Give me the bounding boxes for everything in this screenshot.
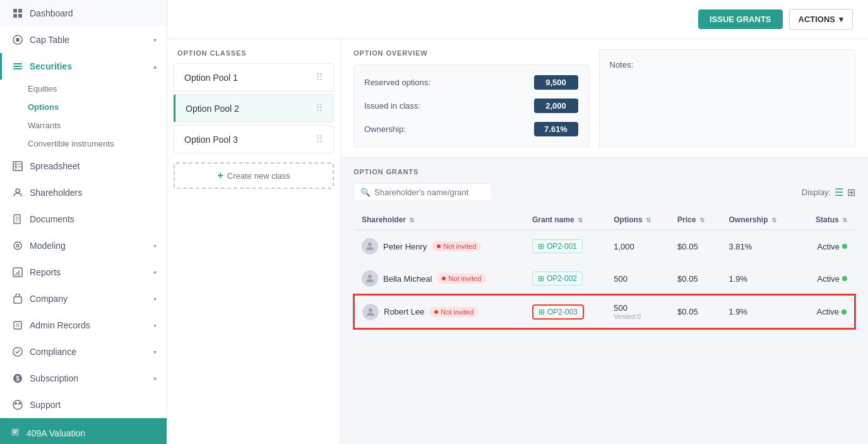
grant-icon: ⊞ <box>538 274 544 283</box>
svg-text:$: $ <box>16 375 20 382</box>
search-input[interactable] <box>374 188 485 197</box>
options-cell-3: 500 Vested:0 <box>606 295 670 328</box>
option-class-item-1[interactable]: Option Pool 1 ⠿ <box>174 63 334 92</box>
col-grant-name[interactable]: Grant name ⇅ <box>525 210 606 230</box>
svg-point-38 <box>368 275 372 279</box>
drag-icon-3: ⠿ <box>316 133 323 145</box>
svg-rect-3 <box>18 14 22 18</box>
option-pool-1-label: Option Pool 1 <box>184 73 238 83</box>
sort-ownership-icon: ⇅ <box>771 217 776 224</box>
reports-chevron: ▾ <box>153 269 157 276</box>
svg-point-19 <box>16 244 19 247</box>
reserved-options-row: Reserved options: 9,500 <box>364 75 578 90</box>
invited-badge-peter: Not invited <box>432 241 481 251</box>
svg-rect-7 <box>13 66 22 67</box>
svg-rect-2 <box>13 14 17 18</box>
modeling-icon <box>12 240 23 251</box>
compliance-chevron: ▾ <box>153 349 157 356</box>
sidebar-item-subscription[interactable]: $ Subscription ▾ <box>0 365 167 392</box>
create-class-button[interactable]: + Create new class <box>174 162 334 189</box>
issue-grants-button[interactable]: ISSUE GRANTS <box>698 9 783 29</box>
table-row: Peter Henry Not invited ⊞ <box>354 230 855 263</box>
col-ownership[interactable]: Ownership ⇅ <box>721 210 797 230</box>
actions-label: ACTIONS <box>799 15 836 24</box>
overview-card: Reserved options: 9,500 Issued in class:… <box>354 64 589 147</box>
company-icon <box>12 293 23 304</box>
svg-rect-8 <box>13 68 22 69</box>
option-classes-panel: OPTION CLASSES Option Pool 1 ⠿ Option Po… <box>167 39 341 444</box>
grants-table: Shareholder ⇅ Grant name ⇅ Options ⇅ <box>354 210 855 329</box>
sidebar-item-cap-table[interactable]: Cap Table ▾ <box>0 27 167 53</box>
sidebar-item-admin-records[interactable]: Admin Records ▾ <box>0 312 167 339</box>
grant-badge-op2003[interactable]: ⊞ OP2-003 <box>532 304 584 320</box>
sidebar-subitem-options[interactable]: Options <box>28 98 167 116</box>
actions-chevron-icon: ▾ <box>839 15 843 24</box>
sidebar-item-documents[interactable]: Documents <box>0 206 167 232</box>
table-row: Bella Micheal Not invited ⊞ <box>354 263 855 296</box>
top-bar: ISSUE GRANTS ACTIONS ▾ <box>167 0 868 39</box>
cap-table-chevron: ▾ <box>153 37 157 44</box>
sidebar-item-company[interactable]: Company ▾ <box>0 285 167 312</box>
sidebar-item-spreadsheet[interactable]: Spreadsheet <box>0 153 167 179</box>
drag-icon-1: ⠿ <box>316 71 323 83</box>
grants-table-body: Peter Henry Not invited ⊞ <box>354 230 855 328</box>
svg-point-31 <box>13 400 22 409</box>
reserved-options-label: Reserved options: <box>364 78 431 87</box>
sidebar-item-compliance[interactable]: Compliance ▾ <box>0 339 167 365</box>
option-class-item-3[interactable]: Option Pool 3 ⠿ <box>174 125 334 153</box>
col-options[interactable]: Options ⇅ <box>606 210 670 230</box>
sidebar-item-shareholders[interactable]: Shareholders <box>0 179 167 206</box>
create-class-label: Create new class <box>227 171 290 181</box>
search-icon: 🔍 <box>360 188 371 197</box>
sidebar-item-documents-label: Documents <box>30 214 157 224</box>
issued-in-class-value: 2,000 <box>534 99 578 113</box>
subscription-icon: $ <box>12 373 23 384</box>
option-classes-title: OPTION CLASSES <box>167 39 340 63</box>
compliance-icon <box>12 346 23 357</box>
overview-section: OPTION OVERVIEW Reserved options: 9,500 … <box>354 49 589 147</box>
sidebar-bottom-409a[interactable]: 409A Valuation <box>0 418 167 444</box>
dashboard-icon <box>12 8 23 19</box>
svg-rect-0 <box>13 9 17 13</box>
sidebar-subitem-warrants[interactable]: Warrants <box>28 116 167 135</box>
display-toggle: Display: ☰ ⊞ <box>802 186 855 198</box>
ownership-cell-1: 3.81% <box>721 230 797 263</box>
sidebar-item-reports[interactable]: Reports ▾ <box>0 259 167 285</box>
actions-button[interactable]: ACTIONS ▾ <box>789 9 853 30</box>
options-cell-1: 1,000 <box>606 230 670 263</box>
sidebar-item-securities[interactable]: Securities ▴ <box>0 53 167 80</box>
sidebar-subitem-equities[interactable]: Equities <box>28 80 167 98</box>
issued-in-class-row: Issued in class: 2,000 <box>364 99 578 113</box>
ownership-label: Ownership: <box>364 124 406 134</box>
grant-badge-op2002[interactable]: ⊞ OP2-002 <box>532 272 583 285</box>
drag-icon-2: ⠿ <box>316 102 323 114</box>
grid-view-icon[interactable]: ⊞ <box>847 186 855 198</box>
shareholder-name-peter: Peter Henry <box>383 242 427 251</box>
grants-section-title: OPTION GRANTS <box>354 168 419 176</box>
option-class-item-2[interactable]: Option Pool 2 ⠿ <box>174 94 334 123</box>
sidebar-item-support[interactable]: Support <box>0 392 167 418</box>
list-view-icon[interactable]: ☰ <box>835 186 843 198</box>
display-label: Display: <box>802 188 831 197</box>
option-pool-3-label: Option Pool 3 <box>184 135 238 145</box>
notes-label: Notes: <box>610 60 634 69</box>
grant-badge-op2001[interactable]: ⊞ OP2-001 <box>532 239 583 253</box>
svg-rect-6 <box>13 63 22 64</box>
shareholder-cell-1: Peter Henry Not invited <box>354 230 525 263</box>
search-box[interactable]: 🔍 <box>354 183 492 201</box>
sidebar-item-modeling[interactable]: Modeling ▾ <box>0 232 167 259</box>
sort-options-icon: ⇅ <box>646 217 651 224</box>
col-price[interactable]: Price ⇅ <box>670 210 721 230</box>
overview-area: OPTION OVERVIEW Reserved options: 9,500 … <box>341 39 868 158</box>
sort-shareholder-icon: ⇅ <box>409 217 414 224</box>
right-panel: OPTION OVERVIEW Reserved options: 9,500 … <box>341 39 868 444</box>
sidebar-item-dashboard[interactable]: Dashboard <box>0 0 167 27</box>
subscription-chevron: ▾ <box>153 375 157 382</box>
svg-rect-25 <box>14 321 21 329</box>
status-cell-3: Active <box>798 295 855 328</box>
col-shareholder[interactable]: Shareholder ⇅ <box>354 210 525 230</box>
col-status[interactable]: Status ⇅ <box>798 210 855 230</box>
cap-table-icon <box>12 34 23 45</box>
svg-rect-1 <box>18 9 22 13</box>
sidebar-subitem-convertible[interactable]: Convertible instruments <box>28 135 167 153</box>
